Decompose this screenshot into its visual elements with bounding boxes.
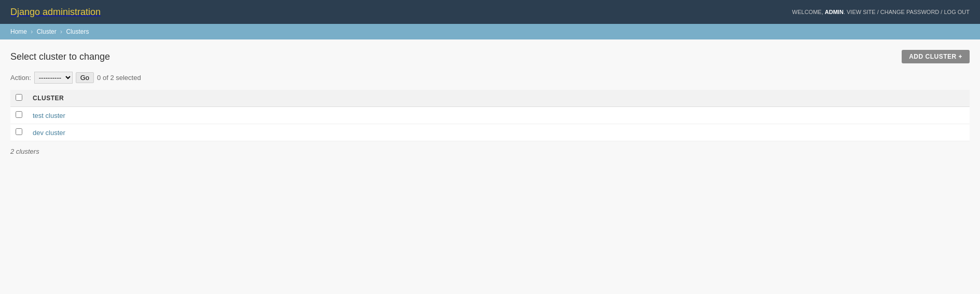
site-title-link[interactable]: Django administration	[10, 7, 101, 18]
change-password-link[interactable]: CHANGE PASSWORD	[880, 9, 939, 15]
page-title: Select cluster to change	[10, 51, 110, 62]
user-tools: WELCOME, ADMIN. VIEW SITE / CHANGE PASSW…	[792, 9, 970, 15]
cluster-count: 2 clusters	[10, 148, 970, 155]
site-title: Django administration	[10, 7, 101, 17]
table-header-row: CLUSTER	[10, 90, 970, 107]
content-header: Select cluster to change ADD CLUSTER +	[10, 50, 970, 63]
add-cluster-button[interactable]: ADD CLUSTER +	[902, 50, 970, 63]
cluster-link[interactable]: dev cluster	[33, 129, 65, 137]
breadcrumb: Home › Cluster › Clusters	[0, 24, 980, 39]
welcome-text: WELCOME,	[792, 9, 823, 15]
cluster-link[interactable]: test cluster	[33, 112, 65, 119]
table-row: test cluster	[10, 107, 970, 124]
row-checkbox-cell	[10, 124, 27, 141]
selected-count: 0 of 2 selected	[97, 74, 141, 82]
view-site-link[interactable]: VIEW SITE	[847, 9, 876, 15]
cluster-column-header: CLUSTER	[27, 90, 970, 107]
breadcrumb-home[interactable]: Home	[10, 28, 27, 35]
row-checkbox[interactable]	[16, 111, 22, 118]
breadcrumb-clusters: Clusters	[66, 28, 89, 35]
breadcrumb-cluster[interactable]: Cluster	[37, 28, 57, 35]
table-row: dev cluster	[10, 124, 970, 141]
header-checkbox-cell	[10, 90, 27, 107]
cluster-name-cell: test cluster	[27, 107, 970, 124]
action-go-button[interactable]: Go	[76, 72, 94, 83]
results-table: CLUSTER test clusterdev cluster	[10, 90, 970, 141]
action-label: Action:	[10, 74, 31, 82]
action-bar: Action: ---------- Go 0 of 2 selected	[10, 72, 970, 84]
breadcrumb-divider-2: ›	[60, 28, 62, 35]
row-checkbox-cell	[10, 107, 27, 124]
breadcrumb-divider-1: ›	[31, 28, 33, 35]
table-header: CLUSTER	[10, 90, 970, 107]
username: ADMIN	[825, 9, 844, 15]
cluster-name-cell: dev cluster	[27, 124, 970, 141]
action-select[interactable]: ----------	[34, 72, 73, 84]
content-main: Select cluster to change ADD CLUSTER + A…	[0, 39, 980, 166]
site-header: Django administration WELCOME, ADMIN. VI…	[0, 0, 980, 24]
logout-link[interactable]: LOG OUT	[944, 9, 970, 15]
select-all-checkbox[interactable]	[16, 94, 22, 101]
table-body: test clusterdev cluster	[10, 107, 970, 141]
row-checkbox[interactable]	[16, 128, 22, 135]
